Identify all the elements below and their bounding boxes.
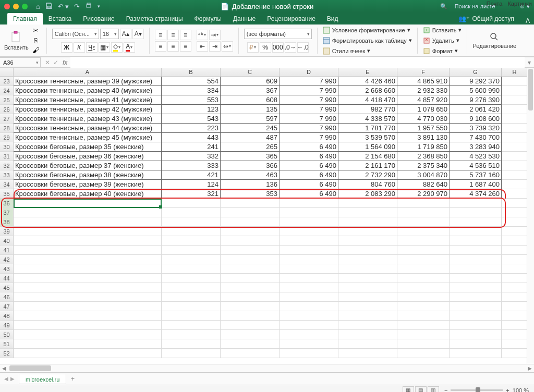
zoom-in-button[interactable]: + [506,387,509,393]
cell[interactable]: 487 [221,133,280,142]
cell[interactable] [502,283,528,292]
orientation-button[interactable]: ᵃᵇ [197,30,208,40]
cell[interactable] [14,349,162,358]
cell[interactable] [502,321,528,330]
cell[interactable] [502,217,528,227]
cell[interactable]: 2 161 170 [338,161,397,170]
cell[interactable]: 7 990 [280,105,338,114]
expand-formula-bar[interactable]: ▾ [525,59,534,66]
cell[interactable]: 3 891 130 [397,133,450,142]
row-header[interactable]: 46 [0,292,14,302]
cell[interactable] [450,292,502,302]
window-minimize[interactable] [13,4,19,9]
cell[interactable] [338,255,397,264]
cell[interactable] [450,283,502,292]
cell[interactable] [162,274,221,283]
cell[interactable]: 4 865 910 [397,77,450,86]
cell[interactable]: 2 668 660 [338,86,397,95]
cell[interactable]: Кроссовки беговые, размер 39 (женские) [14,180,162,189]
cell[interactable] [221,255,280,264]
row-header[interactable]: 49 [0,321,14,330]
cell[interactable]: 6 490 [280,152,338,161]
cell[interactable] [338,339,397,349]
cell[interactable] [14,264,162,274]
cell[interactable] [280,217,338,227]
cell[interactable] [502,133,528,142]
row-header[interactable]: 28 [0,124,14,133]
cell[interactable] [397,208,450,217]
col-header[interactable]: H [502,68,528,76]
cell[interactable] [502,255,528,264]
row-header[interactable]: 52 [0,349,14,358]
cell[interactable]: 6 490 [280,189,338,199]
cell[interactable] [221,236,280,246]
tab-layout[interactable]: Разметка страницы [120,13,189,24]
cell[interactable] [450,264,502,274]
cell[interactable]: 9 108 600 [450,114,502,124]
cell[interactable]: 982 770 [338,105,397,114]
cell[interactable]: 1 687 400 [450,180,502,189]
view-page-break-button[interactable]: ▥ [428,386,439,393]
decrease-decimals-button[interactable]: ←.0 [297,42,309,53]
row-header[interactable]: 50 [0,330,14,339]
cell[interactable]: 365 [221,152,280,161]
sheet-tab[interactable]: microexcel.ru [19,374,66,384]
cell[interactable] [162,339,221,349]
cell[interactable]: Кроссовки беговые, размер 36 (женские) [14,152,162,161]
cell[interactable]: 4 418 470 [338,95,397,105]
align-bottom-button[interactable]: ≡ [180,30,191,40]
row-header[interactable]: 43 [0,264,14,274]
cell[interactable] [338,274,397,283]
cell[interactable] [221,349,280,358]
cell[interactable] [450,246,502,255]
cell[interactable] [14,255,162,264]
cell[interactable] [502,246,528,255]
cell[interactable]: 7 430 700 [450,133,502,142]
cell[interactable] [338,236,397,246]
cell[interactable] [221,283,280,292]
cell[interactable]: 2 290 970 [397,189,450,199]
grow-font-button[interactable]: A▴ [120,29,131,39]
cell[interactable] [450,330,502,339]
cell[interactable] [450,349,502,358]
cell[interactable] [280,255,338,264]
cell[interactable]: 543 [162,114,221,124]
cell[interactable] [221,311,280,321]
cell[interactable]: 7 990 [280,124,338,133]
cell[interactable] [162,246,221,255]
cell[interactable]: 7 990 [280,77,338,86]
cell[interactable] [450,227,502,236]
cell[interactable] [502,170,528,180]
cell[interactable] [450,311,502,321]
row-header[interactable]: 38 [0,217,14,227]
cell[interactable] [162,321,221,330]
delete-cells-button[interactable]: ×Удалить ▾ [423,36,459,45]
cell[interactable] [162,208,221,217]
cell[interactable]: 1 957 550 [397,124,450,133]
print-icon[interactable] [85,2,92,11]
tab-home[interactable]: Главная [7,13,43,24]
cell[interactable] [280,227,338,236]
cell[interactable] [221,208,280,217]
select-all-corner[interactable] [0,68,14,76]
cell[interactable]: 135 [221,105,280,114]
cell[interactable]: Кроссовки теннисные, размер 43 (мужские) [14,114,162,124]
name-box[interactable]: A36 [0,57,41,67]
conditional-format-button[interactable]: Условное форматирование ▾ [323,26,410,35]
bold-button[interactable]: Ж [61,42,72,53]
cell[interactable] [338,264,397,274]
row-header[interactable]: 48 [0,311,14,321]
cell[interactable] [502,95,528,105]
cell[interactable] [162,292,221,302]
cell[interactable]: 1 719 850 [397,142,450,152]
cell[interactable]: 2 368 850 [397,152,450,161]
cell[interactable] [502,311,528,321]
cell[interactable]: 5 737 160 [450,170,502,180]
cell[interactable]: 124 [162,180,221,189]
cell[interactable] [221,330,280,339]
home-icon[interactable]: ⌂ [36,3,40,10]
cell[interactable] [397,227,450,236]
cell[interactable]: 597 [221,114,280,124]
cell[interactable] [502,180,528,189]
cell[interactable] [502,302,528,311]
